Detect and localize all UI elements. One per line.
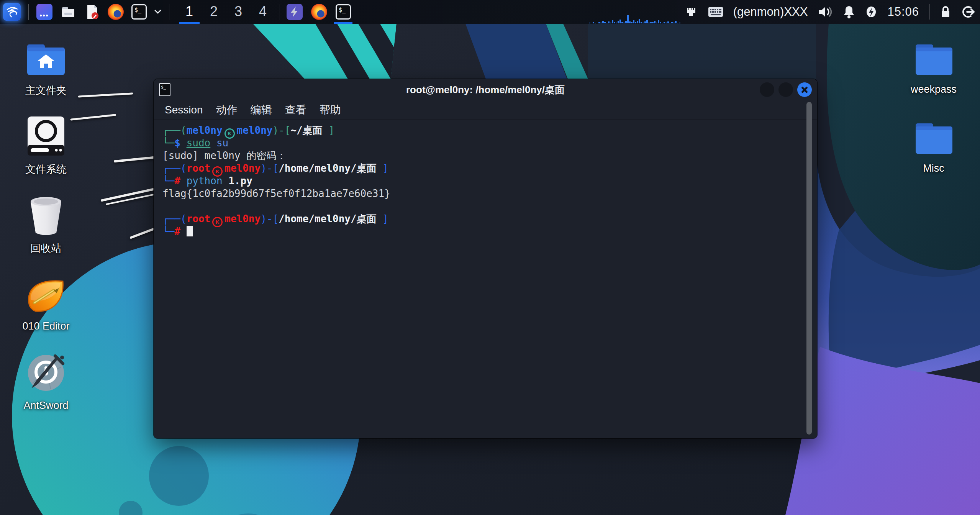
firefox-icon xyxy=(311,4,327,20)
desktop-icon-trash[interactable]: 回收站 xyxy=(10,192,82,255)
graph-bar xyxy=(593,22,594,23)
workspace-3[interactable]: 3 xyxy=(226,0,251,24)
graph-bar xyxy=(614,22,615,23)
top-panel: $_ 1 2 3 4 $_ xyxy=(0,0,980,24)
folder-icon xyxy=(61,4,76,20)
graph-bar xyxy=(625,21,627,23)
kali-menu-button[interactable] xyxy=(3,3,21,21)
dolphin-launcher[interactable] xyxy=(36,4,52,20)
workspace-1[interactable]: 1 xyxy=(177,0,202,24)
power-manager-icon[interactable] xyxy=(865,6,877,18)
file-manager-launcher[interactable] xyxy=(60,4,76,20)
terminal-launcher[interactable]: $_ xyxy=(131,4,147,20)
graph-bar xyxy=(637,21,638,23)
graph-bar xyxy=(618,21,619,23)
home-folder-icon xyxy=(10,34,82,77)
genmon-label[interactable]: (genmon)XXX xyxy=(733,5,808,19)
workspace-switcher: 1 2 3 4 xyxy=(177,0,275,24)
task-zap-app[interactable] xyxy=(284,0,305,24)
keyboard-layout-icon[interactable] xyxy=(708,6,723,18)
terminal-output[interactable]: ┌──(mel0nyKmel0ny)-[~/桌面 ]└─$ sudo su[su… xyxy=(162,124,800,435)
genmon-network-graph xyxy=(589,14,685,23)
lock-icon[interactable] xyxy=(939,5,952,19)
workspace-4[interactable]: 4 xyxy=(251,0,275,24)
graph-bar xyxy=(642,23,644,23)
text-editor-launcher[interactable] xyxy=(84,4,100,20)
system-tray: (genmon)XXX 15:06 xyxy=(684,0,975,24)
graph-bar xyxy=(650,22,652,23)
menu-actions[interactable]: 动作 xyxy=(210,100,244,120)
010-editor-leaf-icon xyxy=(10,271,82,314)
terminal-text: 1.py xyxy=(228,175,252,187)
menu-edit[interactable]: 编辑 xyxy=(244,100,279,120)
graph-bar xyxy=(675,21,677,23)
firefox-launcher[interactable] xyxy=(108,4,124,20)
graph-bar xyxy=(621,22,623,23)
terminal-line xyxy=(162,200,800,213)
desktop-icon-010-editor[interactable]: 010 Editor xyxy=(10,271,82,332)
graph-bar xyxy=(662,23,663,23)
desktop-icon-misc[interactable]: Misc xyxy=(897,113,970,174)
terminal-text: ┌──( xyxy=(162,125,187,136)
terminal-text: ] xyxy=(377,162,388,174)
terminal-scrollbar[interactable] xyxy=(806,102,812,435)
graph-bar xyxy=(633,20,634,23)
terminal-line: flag{1c0fa2b99d67f5ef0f12ba1ae7e60e31} xyxy=(162,187,800,200)
task-terminal[interactable]: $_ xyxy=(333,0,353,24)
chevron-down-icon[interactable] xyxy=(154,10,161,14)
hard-drive-icon xyxy=(10,113,82,156)
graph-bar xyxy=(604,22,606,23)
graph-bar xyxy=(656,23,657,23)
graph-bar xyxy=(664,22,665,23)
terminal-text: └─ xyxy=(162,175,174,187)
terminal-text: ┌──( xyxy=(162,162,187,174)
graph-bar xyxy=(602,21,604,23)
clock[interactable]: 15:06 xyxy=(887,5,919,19)
graph-bar xyxy=(667,21,669,23)
graph-bar xyxy=(641,22,642,23)
desktop-icon-weekpass[interactable]: weekpass xyxy=(897,34,970,95)
desktop-icon-label: weekpass xyxy=(897,84,970,95)
terminal-menubar: Session 动作 编辑 查看 帮助 xyxy=(154,100,817,120)
graph-bar xyxy=(654,21,656,23)
terminal-text: # xyxy=(174,175,186,187)
terminal-text: python xyxy=(187,175,229,187)
graph-bar xyxy=(658,20,659,23)
folder-icon xyxy=(897,34,970,77)
minimize-button[interactable] xyxy=(760,82,774,97)
menu-help[interactable]: 帮助 xyxy=(313,100,347,120)
maximize-button[interactable] xyxy=(778,82,793,97)
terminal-icon: $_ xyxy=(336,4,351,20)
graph-bar xyxy=(679,23,680,23)
network-icon[interactable] xyxy=(684,5,698,19)
graph-bar xyxy=(595,23,596,23)
notifications-icon[interactable] xyxy=(843,5,855,19)
terminal-cursor xyxy=(187,226,193,236)
terminal-text: ┌──( xyxy=(162,213,187,225)
terminal-line: ┌──(rootKmel0ny)-[/home/mel0ny/桌面 ] xyxy=(162,213,800,225)
desktop-icon-antsword[interactable]: AntSword xyxy=(10,351,82,412)
terminal-text: sudo xyxy=(187,137,211,149)
terminal-icon: $_ xyxy=(159,83,170,96)
folder-icon xyxy=(897,113,970,156)
volume-icon[interactable] xyxy=(818,5,833,19)
task-list: $_ xyxy=(284,0,353,24)
window-title: root@mel0ny: /home/mel0ny/桌面 xyxy=(406,83,565,97)
terminal-line: └─$ sudo su xyxy=(162,137,800,149)
graph-bar xyxy=(648,23,650,23)
menu-session[interactable]: Session xyxy=(158,100,210,120)
logout-icon[interactable] xyxy=(962,5,975,19)
terminal-text: )-[ xyxy=(261,162,279,174)
terminal-text: )-[ xyxy=(261,213,279,225)
terminal-window: $_ root@mel0ny: /home/mel0ny/桌面 Session … xyxy=(154,79,817,438)
desktop-icon-label: 回收站 xyxy=(10,241,82,255)
kali-dragon-icon xyxy=(5,5,18,18)
desktop-icon-home[interactable]: 主文件夹 xyxy=(10,34,82,97)
close-button[interactable] xyxy=(797,82,812,97)
desktop-icon-filesystem[interactable]: 文件系统 xyxy=(10,113,82,176)
task-firefox[interactable] xyxy=(309,0,329,24)
menu-view[interactable]: 查看 xyxy=(279,100,313,120)
window-titlebar[interactable]: $_ root@mel0ny: /home/mel0ny/桌面 xyxy=(154,79,817,100)
terminal-line: └─# xyxy=(162,225,800,238)
workspace-2[interactable]: 2 xyxy=(202,0,226,24)
